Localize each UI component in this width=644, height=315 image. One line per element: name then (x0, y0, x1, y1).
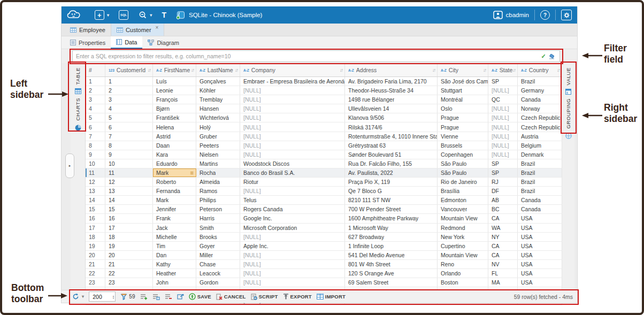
row-number-cell[interactable]: 4 (86, 104, 105, 113)
grid-cell[interactable]: CA (488, 214, 518, 222)
grid-cell[interactable]: Nielsen (196, 150, 240, 159)
table-row[interactable]: 1010EduardoMartinsWoodstock DiscosRua Dr… (86, 159, 562, 168)
sql-editor-button[interactable]: SQL (119, 10, 128, 20)
row-number-cell[interactable]: 11 (86, 168, 105, 177)
text-tool-button[interactable]: T (162, 11, 166, 19)
grid-cell[interactable]: [NULL] (240, 95, 345, 104)
grid-cell[interactable]: Miller (196, 251, 240, 259)
grid-cell[interactable]: [NULL] (240, 132, 345, 141)
grid-cell[interactable]: Riotur (240, 178, 345, 186)
grid-cell[interactable]: 15 (105, 205, 153, 213)
grid-cell[interactable]: USA (518, 242, 562, 250)
spinner-arrows-icon[interactable]: ▴▾ (113, 295, 114, 299)
grid-cell[interactable]: Telus (240, 196, 345, 204)
grid-cell[interactable]: Brazil (518, 168, 562, 177)
column-header-country[interactable]: A-ZCountry↓↑ (518, 64, 562, 76)
grid-cell[interactable]: 22 (105, 269, 153, 278)
grid-cell[interactable]: 18 (105, 233, 153, 241)
table-row[interactable]: 2222HeatherLeacock[NULL]120 S Orange Ave… (86, 269, 562, 278)
grid-cell[interactable]: [NULL] (240, 251, 345, 259)
grid-cell[interactable]: Praça Pio X, 119 (345, 178, 438, 186)
grid-cell[interactable]: Astrid (153, 132, 196, 141)
sort-arrows-icon[interactable]: ↓↑ (432, 67, 435, 73)
row-number-cell[interactable]: 9 (86, 150, 105, 159)
grid-cell[interactable]: Brazil (518, 187, 562, 195)
row-number-cell[interactable]: 13 (86, 187, 105, 195)
grid-cell[interactable]: Dan (153, 251, 196, 259)
add-row-button[interactable] (140, 294, 148, 300)
grouping-panel-icon[interactable] (565, 133, 572, 139)
grid-cell[interactable]: 16 (105, 214, 153, 222)
sort-arrows-icon[interactable]: ↓↑ (191, 67, 194, 73)
tab-properties[interactable]: Properties (65, 36, 111, 49)
refresh-button[interactable]: ▾ (72, 293, 84, 300)
grid-cell[interactable]: SP (488, 159, 518, 168)
grid-cell[interactable]: [NULL] (240, 233, 345, 241)
grid-cell[interactable]: NV (488, 260, 518, 268)
grid-cell[interactable]: 801 W 4th Street (345, 260, 438, 268)
column-header-lastname[interactable]: A-ZLastName↓↑ (196, 64, 240, 76)
panel-expand-handle[interactable]: ▸ (65, 153, 74, 178)
table-row[interactable]: 1616FrankHarrisGoogle Inc.1600 Amphithea… (86, 214, 562, 223)
grid-cell[interactable]: [NULL] (488, 86, 518, 95)
grid-cell[interactable]: USA (518, 251, 562, 259)
grid-cell[interactable]: 9 (105, 150, 153, 159)
grid-cell[interactable]: Denmark (518, 150, 562, 159)
grid-cell[interactable]: Norway (518, 104, 562, 113)
grid-cell[interactable]: QC (488, 95, 518, 104)
grid-cell[interactable]: [NULL] (240, 150, 345, 159)
grid-cell[interactable]: Canada (518, 205, 562, 213)
grid-cell[interactable]: [NULL] (488, 150, 518, 159)
edit-value-button[interactable] (177, 294, 184, 300)
grid-cell[interactable]: 19 (105, 242, 153, 250)
grid-cell[interactable]: SP (488, 77, 518, 86)
cancel-button[interactable]: CANCEL (216, 294, 246, 300)
grid-cell[interactable]: 2 (105, 86, 153, 95)
grid-cell[interactable]: Gordon (196, 278, 240, 287)
grid-cell[interactable]: AB (488, 196, 518, 204)
grid-cell[interactable]: Kara (153, 150, 196, 159)
row-number-cell[interactable]: 7 (86, 132, 105, 141)
row-number-cell[interactable]: 3 (86, 95, 105, 104)
row-number-cell[interactable]: 2 (86, 86, 105, 95)
grid-cell[interactable]: CA (488, 251, 518, 259)
grid-cell[interactable]: Kathy (153, 260, 196, 268)
grid-cell[interactable]: Peterson (196, 205, 240, 213)
table-row[interactable]: 22LeonieKöhler[NULL]Theodor-Heuss-Straße… (86, 86, 562, 95)
new-connection-button[interactable]: + ▾ (95, 10, 109, 20)
grid-cell[interactable]: 13 (105, 187, 153, 195)
grid-cell[interactable]: 21 (105, 260, 153, 268)
row-number-cell[interactable]: 19 (86, 242, 105, 250)
grid-cell[interactable]: USA (518, 214, 562, 222)
grid-cell[interactable]: Copenhagen (438, 150, 488, 159)
grid-cell[interactable]: Martins (196, 159, 240, 168)
grid-cell[interactable]: Grétrystraat 63 (345, 141, 438, 150)
grid-cell[interactable]: 23 (105, 278, 153, 287)
column-header-state[interactable]: A-ZState↓↑ (488, 64, 518, 76)
value-panel-icon[interactable] (565, 89, 571, 95)
grid-cell[interactable]: Oslo (438, 104, 488, 113)
grid-cell[interactable]: RJ (488, 178, 518, 186)
grid-cell[interactable]: Redmond (438, 224, 488, 232)
grid-cell[interactable]: Brussels (438, 141, 488, 150)
cell-menu-icon[interactable]: ≡ (190, 170, 194, 176)
grid-cell[interactable]: SP (488, 168, 518, 177)
grid-cell[interactable]: Gruber (196, 132, 240, 141)
grid-cell[interactable]: Mountain View (438, 214, 488, 222)
table-row[interactable]: 1212RobertoAlmeidaRioturPraça Pio X, 119… (86, 178, 562, 187)
export-button[interactable]: EXPORT (283, 294, 312, 300)
pie-chart-icon[interactable] (75, 125, 81, 131)
grid-cell[interactable]: Av. Brigadeiro Faria Lima, 2170 (345, 77, 438, 86)
grid-cell[interactable]: Frank (153, 214, 196, 222)
grid-cell[interactable]: 14 (105, 196, 153, 204)
table-row[interactable]: 1414MarkPhilipsTelus8210 111 ST NWEdmont… (86, 196, 562, 205)
grid-cell[interactable]: Boston (438, 278, 488, 287)
grid-cell[interactable]: [NULL] (240, 122, 345, 131)
table-row[interactable]: 1818MichelleBrooks[NULL]627 BroadwayNew … (86, 233, 562, 242)
table-row[interactable]: 11LuísGonçalvesEmbraer - Empresa Brasile… (86, 77, 562, 86)
driver-manager-button[interactable]: ▾ (138, 11, 152, 20)
grid-cell[interactable]: Wichterlová (196, 113, 240, 122)
grid-cell[interactable]: Czech Republic (518, 113, 562, 122)
table-row[interactable]: 2121KathyChase[NULL]801 W 4th StreetReno… (86, 260, 562, 269)
column-header-firstname[interactable]: A-ZFirstName↓↑ (153, 64, 196, 76)
